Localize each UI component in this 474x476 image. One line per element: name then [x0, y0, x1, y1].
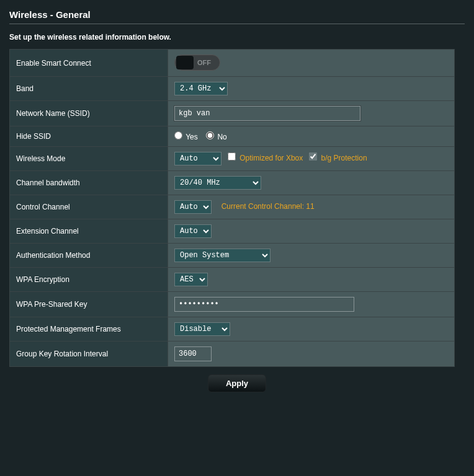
row-smart-connect: Enable Smart Connect OFF: [10, 50, 455, 77]
label-wireless-mode: Wireless Mode: [10, 147, 168, 171]
ext-channel-select[interactable]: Auto: [174, 224, 212, 238]
hide-ssid-yes-label[interactable]: Yes: [174, 133, 200, 141]
channel-bw-select[interactable]: 20/40 MHz: [174, 176, 261, 190]
label-control-channel: Control Channel: [10, 195, 168, 219]
row-gkri: Group Key Rotation Interval: [10, 342, 455, 367]
hide-ssid-no-radio[interactable]: [206, 131, 214, 139]
label-auth-method: Authentication Method: [10, 244, 168, 268]
bg-protection-checkbox[interactable]: [309, 152, 317, 161]
row-ext-channel: Extension Channel Auto: [10, 219, 455, 244]
row-band: Band 2.4 GHz: [10, 77, 455, 101]
label-ssid: Network Name (SSID): [10, 101, 168, 126]
settings-table: Enable Smart Connect OFF Band 2.4 GHz Ne…: [9, 49, 455, 367]
row-ssid: Network Name (SSID): [10, 101, 455, 126]
label-ext-channel: Extension Channel: [10, 219, 168, 244]
toggle-state: OFF: [197, 59, 211, 66]
row-wpa-enc: WPA Encryption AES: [10, 268, 455, 292]
page-title: Wireless - General: [9, 9, 465, 20]
row-hide-ssid: Hide SSID Yes No: [10, 126, 455, 147]
row-channel-bw: Channel bandwidth 20/40 MHz: [10, 171, 455, 195]
row-pmf: Protected Management Frames Disable: [10, 317, 455, 342]
row-wireless-mode: Wireless Mode Auto Optimized for Xbox b/…: [10, 147, 455, 171]
wpa-psk-input[interactable]: [174, 297, 354, 312]
toggle-knob: [176, 56, 194, 69]
label-gkri: Group Key Rotation Interval: [10, 342, 168, 367]
wpa-enc-select[interactable]: AES: [174, 273, 208, 286]
auth-method-select[interactable]: Open System: [174, 249, 271, 262]
row-wpa-psk: WPA Pre-Shared Key: [10, 292, 455, 317]
label-band: Band: [10, 77, 168, 101]
apply-container: Apply: [9, 374, 465, 392]
wireless-mode-select[interactable]: Auto: [174, 152, 221, 165]
label-pmf: Protected Management Frames: [10, 317, 168, 342]
pmf-select[interactable]: Disable: [174, 322, 230, 336]
divider: [9, 24, 465, 24]
control-channel-select[interactable]: Auto: [174, 200, 212, 214]
label-hide-ssid: Hide SSID: [10, 126, 168, 147]
bg-protection-label: b/g Protection: [321, 154, 367, 162]
current-control-channel: Current Control Channel: 11: [221, 202, 315, 211]
hide-ssid-yes-radio[interactable]: [174, 131, 182, 139]
label-wpa-enc: WPA Encryption: [10, 268, 168, 292]
apply-button[interactable]: Apply: [208, 374, 266, 392]
label-wpa-psk: WPA Pre-Shared Key: [10, 292, 168, 317]
row-control-channel: Control Channel Auto Current Control Cha…: [10, 195, 455, 219]
label-smart-connect: Enable Smart Connect: [10, 50, 168, 77]
label-channel-bw: Channel bandwidth: [10, 171, 168, 195]
hide-ssid-no-label[interactable]: No: [206, 133, 227, 141]
band-select[interactable]: 2.4 GHz: [174, 82, 228, 95]
page-description: Set up the wireless related information …: [9, 33, 465, 42]
gkri-input[interactable]: [174, 346, 212, 361]
optimized-xbox-label: Optimized for Xbox: [239, 154, 303, 162]
row-auth-method: Authentication Method Open System: [10, 244, 455, 268]
ssid-input[interactable]: [174, 106, 360, 121]
optimized-xbox-checkbox[interactable]: [228, 152, 236, 161]
smart-connect-toggle[interactable]: OFF: [174, 55, 220, 71]
